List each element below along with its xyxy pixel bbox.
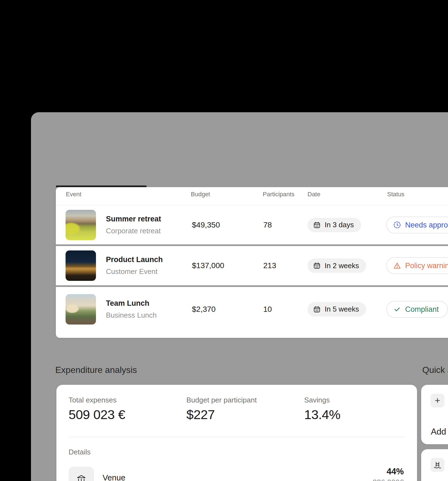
detail-amount: 226 000€	[373, 478, 404, 481]
event-budget: $49,350	[192, 221, 220, 229]
pool-icon-tile	[431, 458, 444, 472]
detail-name: Venue	[103, 473, 125, 481]
bank-building-icon	[76, 474, 87, 481]
quick-action-leisure[interactable]	[421, 449, 448, 481]
expenditure-analysis-card: Total expenses 509 023 € Budget per part…	[56, 385, 417, 481]
event-thumbnail-villa	[66, 210, 96, 240]
event-thumbnail-building-night	[66, 250, 96, 281]
plus-icon: +	[435, 396, 440, 405]
column-header-date: Date	[308, 191, 320, 198]
event-participants: 10	[263, 305, 272, 314]
stat-value-savings: 13.4%	[304, 407, 340, 422]
stat-label-savings: Savings	[304, 396, 330, 404]
column-header-budget: Budget	[191, 191, 210, 198]
calendar-icon	[313, 305, 321, 313]
stat-label-budget-per-participant: Budget per participant	[186, 396, 257, 404]
event-date-label: In 5 weeks	[325, 305, 359, 313]
event-thumbnail-terrace	[66, 294, 96, 325]
event-budget: $2,370	[192, 305, 216, 314]
quick-action-label: Add event	[431, 427, 448, 437]
quick-action-add-event[interactable]: + Add event	[421, 385, 448, 444]
event-date-label: In 2 weeks	[325, 262, 359, 270]
detail-row-venue[interactable]: Venue 44% 226 000€	[56, 464, 417, 481]
stat-label-total-expenses: Total expenses	[69, 396, 116, 404]
quick-actions-heading: Quick actions	[422, 365, 448, 375]
stat-value-total-expenses: 509 023 €	[69, 407, 125, 422]
event-date-chip: In 2 weeks	[308, 258, 366, 273]
column-header-participants: Participants	[263, 191, 295, 198]
analysis-divider	[69, 437, 405, 437]
event-subtitle: Corporate retreat	[106, 227, 161, 235]
table-row-team-lunch[interactable]: Team Lunch Business Lunch $2,370 10 In 5…	[56, 287, 448, 338]
event-participants: 78	[263, 221, 272, 229]
event-date-label: In 3 days	[325, 221, 354, 229]
status-label: Needs approval	[405, 221, 448, 229]
table-row-product-launch[interactable]: Product Launch Customer Event $137,000 2…	[56, 246, 448, 285]
pool-ladder-icon	[433, 461, 442, 469]
status-badge-policy-warning: Policy warning	[386, 257, 448, 274]
calendar-icon	[313, 221, 321, 229]
check-icon	[393, 305, 401, 313]
status-label: Policy warning	[405, 262, 448, 270]
event-date-chip: In 5 weeks	[308, 302, 366, 317]
column-header-status: Status	[387, 191, 404, 198]
status-label: Compliant	[405, 305, 439, 313]
details-label: Details	[69, 448, 90, 456]
event-title: Summer retreat	[106, 215, 161, 223]
calendar-icon	[313, 262, 321, 270]
column-header-event: Event	[66, 191, 81, 198]
pending-clock-icon	[393, 221, 401, 229]
event-title: Team Lunch	[106, 299, 149, 308]
table-row-summer-retreat[interactable]: Summer retreat Corporate retreat $49,350…	[56, 205, 448, 244]
event-subtitle: Customer Event	[106, 267, 157, 276]
event-budget: $137,000	[192, 261, 224, 270]
status-badge-compliant: Compliant	[386, 301, 448, 318]
expenditure-analysis-heading: Expenditure analysis	[55, 365, 137, 375]
event-title: Product Launch	[106, 255, 163, 264]
status-badge-needs-approval: Needs approval	[386, 216, 448, 233]
venue-icon-tile	[69, 467, 94, 481]
plus-icon-tile: +	[431, 394, 444, 407]
detail-percent: 44%	[373, 467, 404, 477]
event-subtitle: Business Lunch	[106, 311, 157, 320]
stat-value-budget-per-participant: $227	[186, 407, 215, 422]
warning-triangle-icon	[393, 262, 401, 270]
event-participants: 213	[263, 261, 276, 270]
event-date-chip: In 3 days	[308, 218, 361, 232]
